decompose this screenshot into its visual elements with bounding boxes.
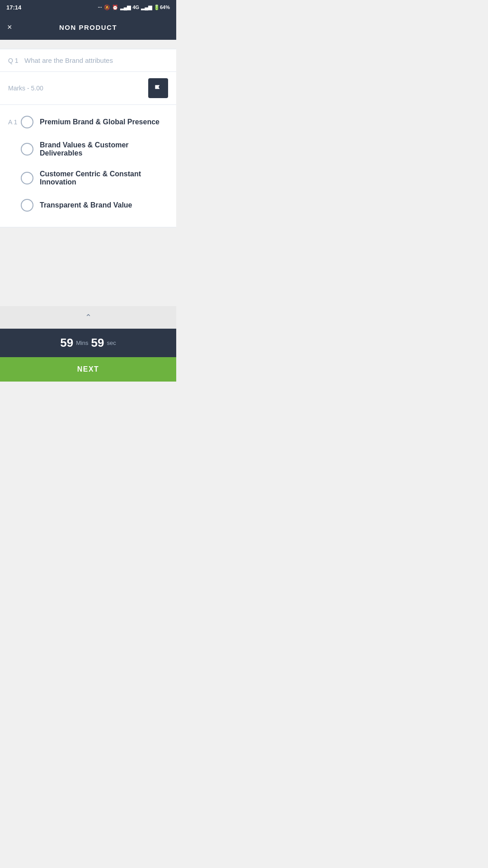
- marks-row: Marks - 5.00: [0, 72, 176, 105]
- answer-text-3: Customer Centric & Constant Innovation: [40, 170, 168, 186]
- header-title: NON PRODUCT: [59, 24, 117, 31]
- signal2-icon: ▂▄▆: [141, 5, 152, 10]
- timer-minutes-label: Mins: [76, 340, 88, 346]
- flag-icon: [154, 84, 163, 93]
- timer-minutes: 59: [60, 336, 73, 350]
- radio-option-4[interactable]: [21, 199, 33, 212]
- header: × NON PRODUCT: [0, 14, 176, 40]
- dots-icon: ···: [98, 5, 102, 10]
- question-number: Q 1: [8, 57, 19, 64]
- status-bar: 17:14 ··· 🔕 ⏰ ▂▄▆ 4G ▂▄▆ 🔋64%: [0, 0, 176, 14]
- radio-option-2[interactable]: [21, 143, 33, 156]
- chevron-up-icon: ⌃: [85, 312, 92, 322]
- question-card: Q 1 What are the Brand attributes Marks …: [0, 49, 176, 227]
- status-time: 17:14: [6, 4, 21, 11]
- radio-option-1[interactable]: [21, 116, 33, 128]
- signal-icon: ▂▄▆: [120, 5, 131, 10]
- timer-seconds: 59: [91, 336, 104, 350]
- close-button[interactable]: ×: [7, 23, 12, 32]
- main-content: Q 1 What are the Brand attributes Marks …: [0, 40, 176, 306]
- chevron-area[interactable]: ⌃: [0, 306, 176, 329]
- answers-section: A 1 Premium Brand & Global Presence Bran…: [0, 105, 176, 227]
- answer-row-4[interactable]: Transparent & Brand Value: [0, 193, 176, 218]
- answer-label: A 1: [8, 118, 21, 126]
- answer-row-3[interactable]: Customer Centric & Constant Innovation: [0, 164, 176, 193]
- question-row: Q 1 What are the Brand attributes: [0, 49, 176, 72]
- flag-button[interactable]: [148, 78, 168, 98]
- answer-text-1: Premium Brand & Global Presence: [40, 118, 160, 126]
- content-spacer: [0, 227, 176, 297]
- timer-bar: 59 Mins 59 sec: [0, 329, 176, 357]
- marks-text: Marks - 5.00: [8, 85, 43, 92]
- battery-icon: 🔋64%: [154, 5, 170, 10]
- radio-option-3[interactable]: [21, 172, 33, 184]
- answer-text-4: Transparent & Brand Value: [40, 201, 132, 209]
- answer-row-1[interactable]: A 1 Premium Brand & Global Presence: [0, 109, 176, 135]
- next-button[interactable]: NEXT: [0, 357, 176, 382]
- answer-text-2: Brand Values & Customer Deliverables: [40, 141, 168, 157]
- answer-row-2[interactable]: Brand Values & Customer Deliverables: [0, 135, 176, 164]
- status-icons: ··· 🔕 ⏰ ▂▄▆ 4G ▂▄▆ 🔋64%: [98, 5, 170, 10]
- close-icon: ×: [7, 23, 12, 32]
- mute-icon: 🔕: [104, 5, 110, 10]
- alarm-icon: ⏰: [112, 5, 118, 10]
- question-text: What are the Brand attributes: [24, 57, 113, 64]
- network-label: 4G: [132, 5, 139, 10]
- timer-seconds-label: sec: [107, 340, 116, 346]
